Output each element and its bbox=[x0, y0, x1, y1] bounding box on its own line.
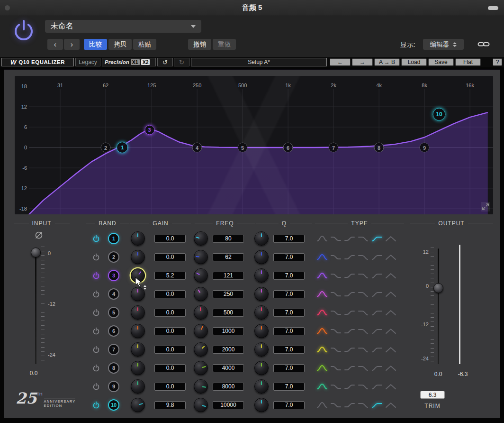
gain-value-field[interactable]: 0.0 bbox=[154, 290, 186, 298]
gain-knob[interactable] bbox=[131, 379, 145, 394]
freq-value-field[interactable]: 1000 bbox=[213, 327, 244, 335]
filter-type-icon[interactable] bbox=[385, 401, 396, 409]
filter-type-icon[interactable] bbox=[316, 364, 328, 372]
filter-type-icon[interactable] bbox=[385, 290, 396, 298]
q-knob[interactable] bbox=[254, 379, 269, 394]
gain-value-field[interactable]: 9.8 bbox=[154, 401, 186, 409]
precision-x1-button[interactable]: X1 bbox=[131, 59, 140, 65]
freq-value-field[interactable]: 62 bbox=[213, 253, 244, 261]
q-value-field[interactable]: 7.0 bbox=[273, 346, 305, 354]
band-select-button[interactable]: 8 bbox=[108, 362, 119, 374]
filter-type-icon[interactable] bbox=[385, 309, 396, 316]
freq-knob[interactable] bbox=[194, 250, 208, 264]
q-knob[interactable] bbox=[254, 231, 269, 246]
filter-type-icon[interactable] bbox=[344, 253, 355, 261]
band-power-button[interactable] bbox=[92, 364, 100, 372]
band-select-button[interactable]: 5 bbox=[108, 307, 119, 318]
filter-type-icon[interactable] bbox=[344, 290, 355, 298]
band-select-button[interactable]: 10 bbox=[108, 399, 119, 411]
filter-type-icon[interactable] bbox=[358, 272, 369, 279]
eq-band-marker[interactable]: 2 bbox=[101, 143, 111, 153]
freq-value-field[interactable]: 80 bbox=[213, 235, 244, 243]
gain-knob[interactable] bbox=[131, 398, 145, 412]
filter-type-icon[interactable] bbox=[344, 272, 355, 279]
gain-knob[interactable] bbox=[131, 231, 145, 246]
filter-type-icon[interactable] bbox=[358, 346, 369, 353]
filter-type-icon[interactable] bbox=[330, 235, 342, 242]
q-value-field[interactable]: 7.0 bbox=[273, 253, 305, 261]
filter-type-icon[interactable] bbox=[330, 272, 342, 279]
eq-graph[interactable]: 31621252505001k2k4k8k16k181260-6-12-1812… bbox=[15, 76, 493, 214]
filter-type-icon[interactable] bbox=[316, 253, 328, 261]
q-knob[interactable] bbox=[254, 398, 269, 412]
flat-button[interactable]: Flat bbox=[455, 58, 481, 66]
filter-type-icon[interactable] bbox=[358, 253, 369, 261]
filter-type-icon[interactable] bbox=[371, 327, 383, 335]
q-value-field[interactable]: 7.0 bbox=[273, 235, 305, 243]
filter-type-icon[interactable] bbox=[344, 401, 355, 409]
filter-type-icon[interactable] bbox=[371, 364, 383, 372]
freq-value-field[interactable]: 4000 bbox=[213, 364, 244, 372]
filter-type-icon[interactable] bbox=[344, 383, 355, 390]
band-select-button[interactable]: 9 bbox=[108, 381, 119, 392]
filter-type-icon[interactable] bbox=[316, 235, 328, 242]
eq-band-marker[interactable]: 4 bbox=[192, 143, 202, 153]
band-power-button[interactable] bbox=[92, 272, 100, 279]
filter-type-icon[interactable] bbox=[385, 272, 396, 279]
q-value-field[interactable]: 7.0 bbox=[273, 364, 305, 372]
gain-value-field[interactable]: 5.2 bbox=[154, 272, 186, 280]
q-value-field[interactable]: 7.0 bbox=[273, 309, 305, 317]
gain-value-field[interactable]: 0.0 bbox=[154, 346, 186, 354]
eq-band-marker[interactable]: 1 bbox=[117, 142, 128, 153]
window-control-pill-icon[interactable] bbox=[488, 6, 498, 10]
filter-type-icon[interactable] bbox=[330, 290, 342, 298]
freq-knob[interactable] bbox=[194, 305, 208, 320]
eq-band-marker[interactable]: 8 bbox=[374, 143, 384, 153]
freq-value-field[interactable]: 10000 bbox=[213, 401, 244, 409]
band-power-button[interactable] bbox=[92, 235, 100, 242]
legacy-button[interactable]: Legacy bbox=[75, 58, 100, 66]
precision-x2-button[interactable]: X2 bbox=[141, 59, 150, 65]
q-knob[interactable] bbox=[254, 305, 269, 320]
filter-type-icon[interactable] bbox=[330, 401, 342, 409]
filter-type-icon[interactable] bbox=[316, 383, 328, 390]
filter-type-icon[interactable] bbox=[316, 346, 328, 353]
freq-value-field[interactable]: 250 bbox=[213, 290, 244, 298]
band-power-button[interactable] bbox=[92, 383, 100, 390]
band-select-button[interactable]: 1 bbox=[108, 233, 119, 244]
gain-knob[interactable] bbox=[131, 324, 145, 338]
freq-knob[interactable] bbox=[194, 231, 208, 246]
gain-value-field[interactable]: 0.0 bbox=[154, 364, 186, 372]
compare-button[interactable]: 比较 bbox=[84, 39, 107, 50]
filter-type-icon[interactable] bbox=[385, 253, 396, 261]
band-select-button[interactable]: 4 bbox=[108, 288, 119, 300]
filter-type-icon[interactable] bbox=[330, 364, 342, 372]
q-knob[interactable] bbox=[254, 268, 269, 283]
freq-knob[interactable] bbox=[194, 379, 208, 394]
gain-value-field[interactable]: 0.0 bbox=[154, 383, 186, 391]
band-power-button[interactable] bbox=[92, 309, 100, 316]
gain-value-field[interactable]: 0.0 bbox=[154, 309, 186, 317]
filter-type-icon[interactable] bbox=[344, 364, 355, 372]
freq-knob[interactable] bbox=[194, 324, 208, 338]
filter-type-icon[interactable] bbox=[371, 235, 383, 242]
view-selector[interactable]: 编辑器 bbox=[423, 39, 464, 50]
band-power-button[interactable] bbox=[92, 290, 100, 298]
band-select-button[interactable]: 3 bbox=[108, 270, 119, 281]
freq-knob[interactable] bbox=[194, 268, 208, 283]
q-knob[interactable] bbox=[254, 342, 269, 357]
filter-type-icon[interactable] bbox=[358, 401, 369, 409]
filter-type-icon[interactable] bbox=[344, 346, 355, 353]
q-value-field[interactable]: 7.0 bbox=[273, 272, 305, 280]
filter-type-icon[interactable] bbox=[330, 327, 342, 335]
eq-band-marker[interactable]: 5 bbox=[238, 143, 248, 153]
phase-button[interactable] bbox=[34, 230, 44, 242]
preset-dropdown[interactable]: 未命名 bbox=[45, 20, 201, 33]
freq-knob[interactable] bbox=[194, 287, 208, 301]
band-power-button[interactable] bbox=[92, 401, 100, 409]
plugin-power-button[interactable] bbox=[12, 19, 35, 44]
band-power-button[interactable] bbox=[92, 327, 100, 335]
q-value-field[interactable]: 7.0 bbox=[273, 383, 305, 391]
gain-knob[interactable] bbox=[131, 342, 145, 357]
filter-type-icon[interactable] bbox=[385, 383, 396, 390]
